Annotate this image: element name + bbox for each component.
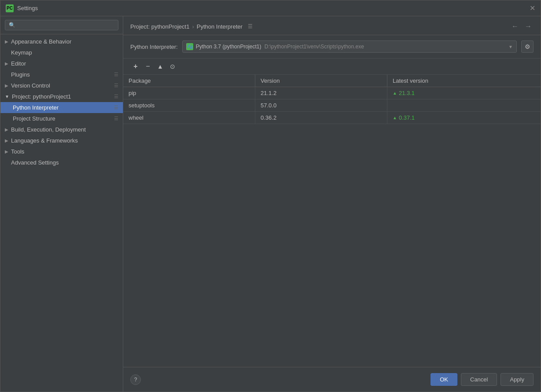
refresh-button[interactable]: ⊙ bbox=[167, 61, 178, 72]
sidebar-item-appearance[interactable]: ▶ Appearance & Behavior bbox=[0, 36, 123, 47]
sidebar-item-tools[interactable]: ▶ Tools bbox=[0, 146, 123, 157]
right-panel: Project: pythonProject1 › Python Interpr… bbox=[123, 16, 541, 392]
search-input[interactable] bbox=[5, 20, 118, 30]
table-row[interactable]: wheel 0.36.2 ▲ 0.37.1 bbox=[123, 112, 541, 124]
main-content: ▶ Appearance & Behavior Keymap ▶ Editor … bbox=[0, 16, 541, 392]
cell-package-name: pip bbox=[123, 87, 255, 99]
breadcrumb: Project: pythonProject1 › Python Interpr… bbox=[130, 23, 253, 30]
cell-version: 0.36.2 bbox=[255, 112, 387, 124]
breadcrumb-current: Python Interpreter bbox=[197, 23, 243, 30]
sidebar-item-label: Advanced Settings bbox=[11, 159, 59, 166]
expand-arrow-icon: ▶ bbox=[5, 83, 8, 88]
sidebar-item-build-execution[interactable]: ▶ Build, Execution, Deployment bbox=[0, 124, 123, 135]
sidebar-item-label: Project Structure bbox=[13, 115, 55, 122]
ok-button[interactable]: OK bbox=[431, 373, 457, 386]
cell-latest: ▲ 0.37.1 bbox=[387, 112, 541, 124]
window-title: Settings bbox=[17, 5, 38, 11]
table-row[interactable]: pip 21.1.2 ▲ 21.3.1 bbox=[123, 87, 541, 99]
breadcrumb-separator-icon: › bbox=[192, 23, 194, 30]
sidebar-item-advanced-settings[interactable]: Advanced Settings bbox=[0, 157, 123, 168]
sidebar-item-plugins[interactable]: Plugins ☰ bbox=[0, 69, 123, 80]
settings-icon: ☰ bbox=[114, 83, 118, 88]
expand-arrow-icon: ▼ bbox=[5, 94, 9, 99]
sidebar-item-version-control[interactable]: ▶ Version Control ☰ bbox=[0, 80, 123, 91]
upgrade-arrow-icon: ▲ bbox=[393, 91, 397, 95]
sidebar-item-label: Build, Execution, Deployment bbox=[11, 126, 86, 133]
dropdown-arrow-icon: ▼ bbox=[508, 44, 513, 49]
sidebar-item-label: Plugins bbox=[11, 71, 30, 78]
bottom-actions: OK Cancel Apply bbox=[431, 373, 534, 386]
settings-icon: ☰ bbox=[114, 116, 118, 121]
sidebar-item-languages-frameworks[interactable]: ▶ Languages & Frameworks bbox=[0, 135, 123, 146]
app-icon: PC bbox=[6, 4, 14, 12]
expand-arrow-icon: ▶ bbox=[5, 39, 8, 44]
breadcrumb-project: Project: pythonProject1 bbox=[130, 23, 189, 30]
apply-button[interactable]: Apply bbox=[501, 373, 534, 386]
help-button[interactable]: ? bbox=[130, 374, 141, 385]
table-row[interactable]: setuptools 57.0.0 bbox=[123, 99, 541, 112]
cell-latest bbox=[387, 99, 541, 111]
sidebar-item-keymap[interactable]: Keymap bbox=[0, 47, 123, 58]
panel-header: Project: pythonProject1 › Python Interpr… bbox=[123, 16, 541, 35]
sidebar-item-label: Languages & Frameworks bbox=[11, 137, 78, 144]
expand-arrow-icon: ▶ bbox=[5, 138, 8, 143]
upgrade-indicator: ▲ 0.37.1 bbox=[393, 114, 535, 121]
settings-window: PC Settings ✕ ▶ Appearance & Behavior Ke… bbox=[0, 0, 541, 392]
package-table: Package Version Latest version pip 21.1.… bbox=[123, 75, 541, 367]
upgrade-package-button[interactable]: ▲ bbox=[155, 61, 166, 72]
sidebar-item-label: Keymap bbox=[11, 49, 32, 56]
upgrade-arrow-icon: ▲ bbox=[393, 115, 397, 120]
interpreter-settings-button[interactable]: ⚙ bbox=[521, 40, 534, 53]
back-button[interactable]: ← bbox=[510, 22, 520, 31]
interpreter-path: D:\pythonProject1\venv\Scripts\python.ex… bbox=[265, 44, 364, 50]
bookmark-icon: ☰ bbox=[248, 23, 253, 29]
col-header-latest: Latest version bbox=[387, 75, 541, 87]
python-icon bbox=[186, 43, 193, 50]
expand-arrow-icon: ▶ bbox=[5, 61, 8, 66]
settings-icon: ☰ bbox=[114, 72, 118, 77]
interpreter-name: Python 3.7 (pythonProject1) D:\pythonPro… bbox=[196, 44, 507, 50]
sidebar-item-project-structure[interactable]: Project Structure ☰ bbox=[0, 113, 123, 124]
search-bar bbox=[0, 16, 123, 34]
sidebar-item-editor[interactable]: ▶ Editor bbox=[0, 58, 123, 69]
expand-arrow-icon: ▶ bbox=[5, 149, 8, 154]
title-bar-left: PC Settings bbox=[6, 4, 38, 12]
upgrade-indicator: ▲ 21.3.1 bbox=[393, 90, 535, 96]
interpreter-select[interactable]: Python 3.7 (pythonProject1) D:\pythonPro… bbox=[182, 40, 517, 53]
sidebar-item-label: Tools bbox=[11, 148, 24, 155]
sidebar-item-label: Version Control bbox=[11, 82, 50, 89]
expand-arrow-icon: ▶ bbox=[5, 127, 8, 132]
settings-icon: ☰ bbox=[114, 105, 118, 110]
bottom-bar: ? OK Cancel Apply bbox=[123, 367, 541, 392]
sidebar-item-label: Appearance & Behavior bbox=[11, 38, 71, 45]
table-header: Package Version Latest version bbox=[123, 75, 541, 87]
interpreter-row: Python Interpreter: Python 3.7 (pythonPr… bbox=[123, 35, 541, 59]
close-button[interactable]: ✕ bbox=[530, 5, 535, 12]
title-bar: PC Settings ✕ bbox=[0, 0, 541, 16]
cell-latest: ▲ 21.3.1 bbox=[387, 87, 541, 99]
package-toolbar: + − ▲ ⊙ bbox=[123, 59, 541, 75]
forward-button[interactable]: → bbox=[523, 22, 534, 31]
col-header-package: Package bbox=[123, 75, 255, 87]
cell-version: 21.1.2 bbox=[255, 87, 387, 99]
col-header-version: Version bbox=[255, 75, 387, 87]
cancel-button[interactable]: Cancel bbox=[461, 373, 497, 386]
cell-package-name: setuptools bbox=[123, 99, 255, 111]
add-package-button[interactable]: + bbox=[130, 61, 141, 72]
panel-nav-icons: ← → bbox=[510, 22, 534, 31]
cell-version: 57.0.0 bbox=[255, 99, 387, 111]
sidebar-item-python-interpreter[interactable]: Python Interpreter ☰ bbox=[0, 102, 123, 113]
sidebar-item-label: Project: pythonProject1 bbox=[12, 93, 71, 100]
settings-icon: ☰ bbox=[114, 94, 118, 99]
sidebar-nav: ▶ Appearance & Behavior Keymap ▶ Editor … bbox=[0, 34, 123, 392]
sidebar-item-label: Editor bbox=[11, 60, 26, 67]
interpreter-label: Python Interpreter: bbox=[130, 44, 178, 50]
cell-package-name: wheel bbox=[123, 112, 255, 124]
sidebar-item-project[interactable]: ▼ Project: pythonProject1 ☰ bbox=[0, 91, 123, 102]
sidebar: ▶ Appearance & Behavior Keymap ▶ Editor … bbox=[0, 16, 123, 392]
sidebar-item-label: Python Interpreter bbox=[13, 104, 59, 111]
remove-package-button[interactable]: − bbox=[143, 61, 153, 72]
